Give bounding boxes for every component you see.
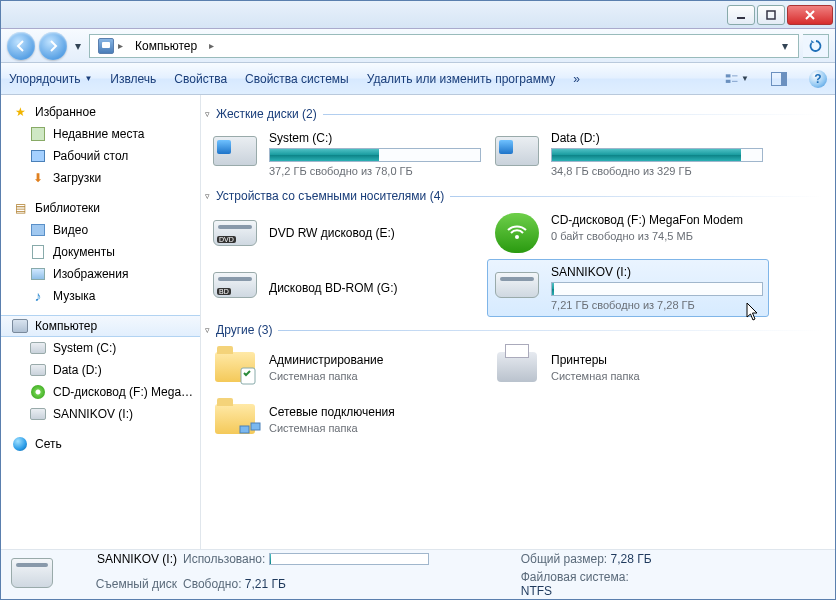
hdd-icon	[213, 136, 257, 166]
drive-icon	[30, 408, 46, 420]
toolbar-eject[interactable]: Извлечь	[110, 72, 156, 86]
star-icon: ★	[11, 104, 29, 120]
desktop-icon	[31, 150, 45, 162]
section-hdd[interactable]: ▿Жесткие диски (2)	[205, 107, 823, 121]
capacity-bar	[551, 282, 763, 296]
removable-drive-icon	[11, 558, 53, 588]
tree-drive-f[interactable]: CD-дисковод (F:) MegaFon	[1, 381, 200, 403]
section-removable[interactable]: ▿Устройства со съемными носителями (4)	[205, 189, 823, 203]
document-icon	[32, 245, 44, 259]
toolbar-properties[interactable]: Свойства	[174, 72, 227, 86]
computer-icon	[98, 38, 114, 54]
tree-downloads[interactable]: ⬇Загрузки	[1, 167, 200, 189]
svg-rect-8	[781, 73, 786, 85]
video-icon	[31, 224, 45, 236]
toolbar-system-properties[interactable]: Свойства системы	[245, 72, 349, 86]
tree-recent[interactable]: Недавние места	[1, 123, 200, 145]
collapse-icon: ▿	[205, 191, 210, 201]
tree-music[interactable]: ♪Музыка	[1, 285, 200, 307]
status-type: Съемный диск	[67, 577, 177, 591]
bd-icon: BD	[213, 272, 257, 298]
tree-libraries[interactable]: ▤Библиотеки	[1, 197, 200, 219]
tree-desktop[interactable]: Рабочий стол	[1, 145, 200, 167]
drive-icon	[30, 342, 46, 354]
tree-network[interactable]: Сеть	[1, 433, 200, 455]
maximize-button[interactable]	[757, 5, 785, 25]
status-title: SANNIKOV (I:)	[67, 552, 177, 566]
tree-drive-d[interactable]: Data (D:)	[1, 359, 200, 381]
item-admin[interactable]: АдминистрированиеСистемная папка	[205, 341, 487, 393]
collapse-icon: ▿	[205, 109, 210, 119]
music-icon: ♪	[29, 288, 47, 304]
tree-pictures[interactable]: Изображения	[1, 263, 200, 285]
breadcrumb-sep-icon: ▸	[209, 40, 214, 51]
explorer-window: ▾ ▸ Компьютер ▸ ▾ Упорядочить▼ Извлечь С…	[0, 0, 836, 600]
svg-rect-11	[240, 426, 249, 433]
tree-drive-c[interactable]: System (C:)	[1, 337, 200, 359]
toolbar-organize[interactable]: Упорядочить▼	[9, 72, 92, 86]
breadcrumb-sep-icon: ▸	[118, 40, 123, 51]
tree-drive-i[interactable]: SANNIKOV (I:)	[1, 403, 200, 425]
downloads-icon: ⬇	[29, 170, 47, 186]
nav-tree: ★Избранное Недавние места Рабочий стол ⬇…	[1, 95, 201, 549]
item-network-connections[interactable]: Сетевые подключенияСистемная папка	[205, 393, 487, 445]
drive-icon	[30, 364, 46, 376]
removable-drive-icon	[495, 272, 539, 298]
close-button[interactable]	[787, 5, 833, 25]
recent-icon	[31, 127, 45, 141]
network-folder-icon	[215, 404, 255, 434]
content-pane: ▿Жесткие диски (2) System (C:) 37,2 ГБ с…	[201, 95, 835, 549]
section-other[interactable]: ▿Другие (3)	[205, 323, 823, 337]
svg-rect-12	[251, 423, 260, 430]
drive-sannikov-i[interactable]: SANNIKOV (I:) 7,21 ГБ свободно из 7,28 Г…	[487, 259, 769, 317]
titlebar	[1, 1, 835, 29]
view-options-button[interactable]: ▼	[725, 68, 749, 90]
svg-rect-10	[241, 368, 255, 384]
help-button[interactable]: ?	[809, 70, 827, 88]
address-bar[interactable]: ▸ Компьютер ▸ ▾	[89, 34, 799, 58]
breadcrumb-computer[interactable]: Компьютер	[135, 39, 197, 53]
svg-rect-2	[102, 42, 110, 48]
printer-icon	[497, 352, 537, 382]
picture-icon	[31, 268, 45, 280]
tree-documents[interactable]: Документы	[1, 241, 200, 263]
cd-icon	[31, 385, 45, 399]
nav-back-button[interactable]	[7, 32, 35, 60]
libraries-icon: ▤	[11, 200, 29, 216]
status-used-bar	[269, 553, 429, 565]
minimize-button[interactable]	[727, 5, 755, 25]
svg-rect-1	[767, 11, 775, 19]
drive-bd-g[interactable]: BD Дисковод BD-ROM (G:)	[205, 259, 487, 317]
item-printers[interactable]: ПринтерыСистемная папка	[487, 341, 769, 393]
dvd-icon: DVD	[213, 220, 257, 246]
collapse-icon: ▿	[205, 325, 210, 335]
tree-videos[interactable]: Видео	[1, 219, 200, 241]
details-pane: SANNIKOV (I:) Использовано: Общий размер…	[1, 549, 835, 599]
toolbar-more[interactable]: »	[573, 72, 580, 86]
capacity-bar	[269, 148, 481, 162]
preview-pane-button[interactable]	[767, 68, 791, 90]
hdd-icon	[495, 136, 539, 166]
drive-cd-f[interactable]: CD-дисковод (F:) MegaFon Modem 0 байт св…	[487, 207, 769, 259]
drive-dvd-e[interactable]: DVD DVD RW дисковод (E:)	[205, 207, 487, 259]
toolbar-uninstall[interactable]: Удалить или изменить программу	[367, 72, 556, 86]
modem-icon	[495, 213, 539, 253]
admin-tools-icon	[215, 352, 255, 382]
refresh-button[interactable]	[803, 34, 829, 58]
tree-computer[interactable]: Компьютер	[1, 315, 200, 337]
toolbar: Упорядочить▼ Извлечь Свойства Свойства с…	[1, 63, 835, 95]
network-icon	[13, 437, 27, 451]
nav-history-dropdown[interactable]: ▾	[71, 39, 85, 53]
nav-forward-button[interactable]	[39, 32, 67, 60]
drive-data-d[interactable]: Data (D:) 34,8 ГБ свободно из 329 ГБ	[487, 125, 769, 183]
drive-system-c[interactable]: System (C:) 37,2 ГБ свободно из 78,0 ГБ	[205, 125, 487, 183]
capacity-bar	[551, 148, 763, 162]
address-dropdown[interactable]: ▾	[774, 35, 796, 57]
navbar: ▾ ▸ Компьютер ▸ ▾	[1, 29, 835, 63]
tree-favorites[interactable]: ★Избранное	[1, 101, 200, 123]
svg-rect-3	[726, 74, 731, 77]
svg-point-9	[515, 235, 519, 239]
svg-rect-4	[726, 79, 731, 82]
explorer-body: ★Избранное Недавние места Рабочий стол ⬇…	[1, 95, 835, 549]
computer-icon	[12, 319, 28, 333]
